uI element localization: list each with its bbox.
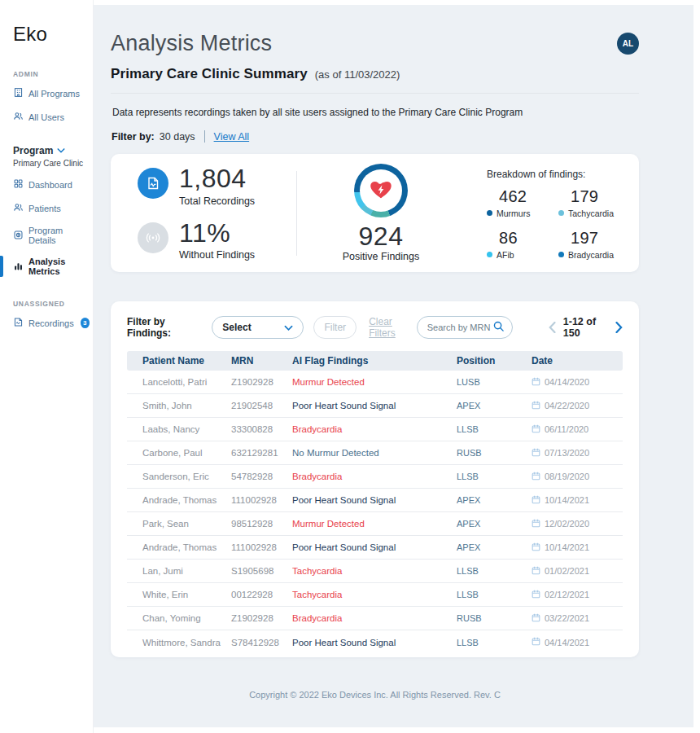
filter-button[interactable]: Filter bbox=[313, 316, 357, 339]
sidebar-item-program-details[interactable]: Program Details bbox=[0, 220, 93, 251]
calendar-icon bbox=[532, 401, 540, 411]
chevron-left-icon[interactable] bbox=[549, 322, 556, 333]
table-row[interactable]: Carbone, Paul 632129281 No Murmur Detect… bbox=[127, 441, 623, 465]
footer-copyright: Copyright © 2022 Eko Devices Inc. All Ri… bbox=[111, 690, 639, 700]
total-recordings-value: 1,804 bbox=[179, 165, 255, 193]
eko-logo: Eko bbox=[13, 23, 93, 46]
table-row[interactable]: Laabs, Nancy 33300828 Bradycardia LLSB 0… bbox=[127, 418, 623, 441]
findings-select[interactable]: Select bbox=[212, 316, 304, 339]
cell-date-text: 03/22/2021 bbox=[545, 613, 589, 623]
cell-date-text: 08/19/2020 bbox=[545, 472, 589, 481]
table-row[interactable]: Smith, John 21902548 Poor Heart Sound Si… bbox=[127, 394, 623, 418]
program-dropdown[interactable]: Program bbox=[13, 145, 93, 156]
cell-date-text: 12/02/2020 bbox=[545, 519, 589, 529]
cell-position: LLSB bbox=[457, 472, 532, 481]
chevron-down-icon bbox=[284, 320, 293, 335]
cell-patient-name: Carbone, Paul bbox=[142, 448, 231, 458]
table-row[interactable]: Whittmore, Sandra S78412928 Poor Heart S… bbox=[127, 630, 623, 654]
stats-card: 1,804 Total Recordings 11% Without Findi… bbox=[111, 154, 639, 272]
program-label: Program bbox=[13, 145, 53, 156]
cell-date: 10/14/2021 bbox=[532, 542, 623, 553]
filter-value: 30 days bbox=[160, 131, 195, 143]
table-row[interactable]: Andrade, Thomas 111002928 Poor Heart Sou… bbox=[127, 489, 623, 512]
calendar-icon bbox=[532, 448, 540, 459]
cell-position: APEX bbox=[457, 401, 532, 410]
cell-date: 12/02/2020 bbox=[532, 519, 623, 529]
column-header-position: Position bbox=[457, 355, 532, 366]
cell-ai-flag-finding: Bradycardia bbox=[292, 613, 457, 623]
breakdown-of-findings: Breakdown of findings: 462 Murmurs 179 T… bbox=[465, 167, 639, 260]
cell-date-text: 04/22/2020 bbox=[545, 401, 589, 410]
chevron-right-icon[interactable] bbox=[615, 322, 623, 333]
table-row[interactable]: Park, Sean 98512928 Murmur Detected APEX… bbox=[127, 512, 623, 536]
dashboard-icon bbox=[13, 178, 24, 191]
search-icon[interactable] bbox=[492, 320, 505, 336]
without-findings-value: 11% bbox=[179, 220, 255, 248]
recording-document-icon bbox=[138, 168, 168, 199]
cell-date: 07/13/2020 bbox=[532, 448, 623, 459]
sidebar-item-recordings[interactable]: Recordings 3 bbox=[0, 311, 93, 335]
app-window: Eko ADMIN All Programs All Users Program… bbox=[0, 0, 700, 733]
without-findings-label: Without Findings bbox=[179, 249, 255, 261]
pagination: 1-12 of 150 bbox=[549, 316, 623, 339]
sidebar-item-all-users[interactable]: All Users bbox=[0, 105, 93, 129]
sidebar-item-patients[interactable]: Patients bbox=[0, 196, 93, 220]
cell-ai-flag-finding: Poor Heart Sound Signal bbox=[292, 495, 457, 505]
cell-mrn: 21902548 bbox=[231, 401, 292, 410]
cell-mrn: 632129281 bbox=[231, 448, 292, 458]
calendar-icon bbox=[532, 377, 540, 388]
breakdown-value: 86 bbox=[487, 229, 558, 248]
breakdown-value: 197 bbox=[558, 229, 639, 248]
table-row[interactable]: Chan, Yoming Z1902928 Bradycardia RUSB 0… bbox=[127, 607, 623, 630]
calendar-icon bbox=[532, 542, 540, 553]
cell-position: LLSB bbox=[457, 590, 532, 599]
cell-position: APEX bbox=[457, 542, 532, 552]
program-name: Primary Care Clinic bbox=[13, 159, 93, 168]
page-title: Analysis Metrics bbox=[111, 31, 272, 56]
cell-date: 04/22/2020 bbox=[532, 401, 623, 411]
breakdown-label: Tachycardia bbox=[568, 208, 614, 218]
sidebar-item-all-programs[interactable]: All Programs bbox=[0, 81, 93, 105]
cell-position: LLSB bbox=[457, 424, 532, 434]
sidebar-item-label: Analysis Metrics bbox=[28, 257, 90, 276]
table-row[interactable]: Andrade, Thomas 111002928 Poor Heart Sou… bbox=[127, 536, 623, 560]
cell-date-text: 04/14/2020 bbox=[545, 377, 589, 387]
clear-filters-link[interactable]: Clear Filters bbox=[369, 316, 417, 339]
sidebar-item-analysis-metrics[interactable]: Analysis Metrics bbox=[0, 251, 93, 282]
chevron-down-icon bbox=[57, 145, 65, 156]
calendar-icon bbox=[532, 613, 540, 624]
findings-donut-ring bbox=[354, 164, 408, 217]
column-header-date: Date bbox=[532, 355, 623, 366]
table-row[interactable]: Lancelotti, Patri Z1902928 Murmur Detect… bbox=[127, 371, 623, 394]
mrn-search-input[interactable] bbox=[427, 323, 492, 332]
table-row[interactable]: Lan, Jumi S1905698 Tachycardia LLSB 01/0… bbox=[127, 560, 623, 583]
breakdown-dot bbox=[487, 252, 492, 257]
cell-patient-name: Andrade, Thomas bbox=[142, 495, 231, 505]
cell-position: LLSB bbox=[457, 638, 532, 647]
cell-date: 04/14/2020 bbox=[532, 377, 623, 388]
cell-patient-name: Andrade, Thomas bbox=[142, 542, 231, 552]
breakdown-dot bbox=[558, 210, 564, 216]
cell-mrn: 98512928 bbox=[231, 519, 292, 529]
cell-patient-name: Whittmore, Sandra bbox=[142, 638, 231, 647]
breakdown-value: 179 bbox=[558, 187, 639, 206]
table-row[interactable]: Sanderson, Eric 54782928 Bradycardia LLS… bbox=[127, 465, 623, 489]
as-of-date: (as of 11/03/2022) bbox=[315, 68, 400, 81]
cell-date-text: 06/11/2020 bbox=[545, 424, 588, 434]
sidebar-item-label: Program Details bbox=[28, 226, 90, 245]
calendar-icon bbox=[532, 519, 540, 529]
cell-date: 04/14/2021 bbox=[532, 637, 623, 647]
cell-ai-flag-finding: Tachycardia bbox=[292, 566, 457, 576]
sidebar-item-label: All Users bbox=[28, 112, 64, 122]
view-all-link[interactable]: View All bbox=[214, 131, 250, 143]
recording-file-icon bbox=[13, 317, 24, 329]
findings-select-value: Select bbox=[222, 322, 251, 333]
table-row[interactable]: White, Erin 00122928 Tachycardia LLSB 02… bbox=[127, 583, 623, 607]
cell-ai-flag-finding: Poor Heart Sound Signal bbox=[292, 542, 457, 552]
user-avatar[interactable]: AL bbox=[617, 33, 639, 55]
breakdown-label: Murmurs bbox=[497, 208, 530, 218]
cell-date: 03/22/2021 bbox=[532, 613, 623, 624]
cell-mrn: Z1902928 bbox=[231, 613, 292, 623]
sidebar-item-dashboard[interactable]: Dashboard bbox=[0, 173, 93, 196]
cell-position: LLSB bbox=[457, 566, 532, 576]
